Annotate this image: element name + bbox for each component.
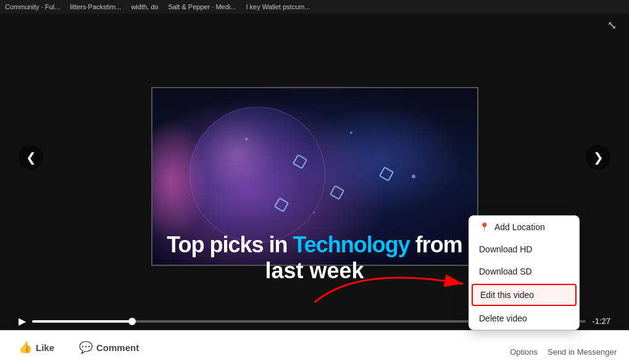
expand-button[interactable]: ⤡ — [607, 19, 617, 32]
options-link[interactable]: Options — [510, 347, 538, 357]
chevron-right-icon: ❯ — [593, 150, 604, 165]
video-orb — [190, 107, 325, 242]
top-bar-item-5: I key Wallet pstcum... — [241, 3, 315, 10]
next-arrow-button[interactable]: ❯ — [586, 145, 610, 170]
edit-video-item[interactable]: Edit this video — [472, 284, 577, 306]
location-pin-icon: 📍 — [479, 222, 489, 232]
download-sd-label: Download SD — [479, 267, 532, 276]
add-location-item[interactable]: 📍 Add Location — [469, 216, 579, 238]
video-title-line1: Top picks in Technology from — [130, 233, 500, 257]
dot-4 — [313, 212, 315, 213]
dot-3 — [412, 175, 415, 178]
title-tech-word: Technology — [293, 232, 410, 257]
chevron-left-icon: ❮ — [26, 150, 36, 165]
comment-button[interactable]: 💬 Comment — [73, 337, 145, 358]
footer-links: Options Send in Messenger — [510, 347, 617, 357]
dot-1 — [245, 138, 248, 141]
add-location-label: Add Location — [494, 222, 545, 232]
top-bar: Community · Ful... litters·Packstim... w… — [0, 0, 629, 14]
prev-arrow-button[interactable]: ❮ — [19, 145, 43, 170]
comment-label: Comment — [96, 342, 139, 353]
expand-icon: ⤡ — [607, 19, 617, 31]
like-label: Like — [36, 342, 54, 353]
title-text-part1: Top picks in — [167, 232, 293, 257]
title-text-part2: from — [410, 232, 462, 257]
video-title-line2: last week — [130, 257, 500, 284]
delete-video-label: Delete video — [479, 313, 527, 323]
dropdown-menu: 📍 Add Location Download HD Download SD E… — [469, 215, 580, 330]
time-display: -1:27 — [592, 316, 610, 326]
play-button[interactable]: ▶ — [19, 315, 26, 327]
like-button[interactable]: 👍 Like — [12, 337, 60, 358]
progress-fill — [32, 320, 132, 323]
download-sd-item[interactable]: Download SD — [469, 260, 579, 283]
comment-icon: 💬 — [79, 341, 93, 354]
dot-2 — [350, 131, 352, 134]
delete-video-item[interactable]: Delete video — [469, 307, 579, 329]
download-hd-item[interactable]: Download HD — [469, 238, 579, 260]
top-bar-item-1: Community · Ful... — [0, 3, 65, 10]
video-title-area: Top picks in Technology from last week — [130, 233, 500, 284]
top-bar-item-4: Salt & Pepper · Medi... — [163, 3, 241, 10]
send-messenger-link[interactable]: Send in Messenger — [548, 347, 617, 357]
top-bar-item-3: width, do — [126, 3, 163, 10]
top-bar-item-2: litters·Packstim... — [65, 3, 126, 10]
edit-video-label: Edit this video — [480, 290, 534, 300]
download-hd-label: Download HD — [479, 244, 532, 254]
thumbs-up-icon: 👍 — [19, 341, 32, 354]
progress-thumb — [128, 318, 136, 325]
bottom-bar: 👍 Like 💬 Comment Options Send in Messeng… — [0, 330, 629, 364]
